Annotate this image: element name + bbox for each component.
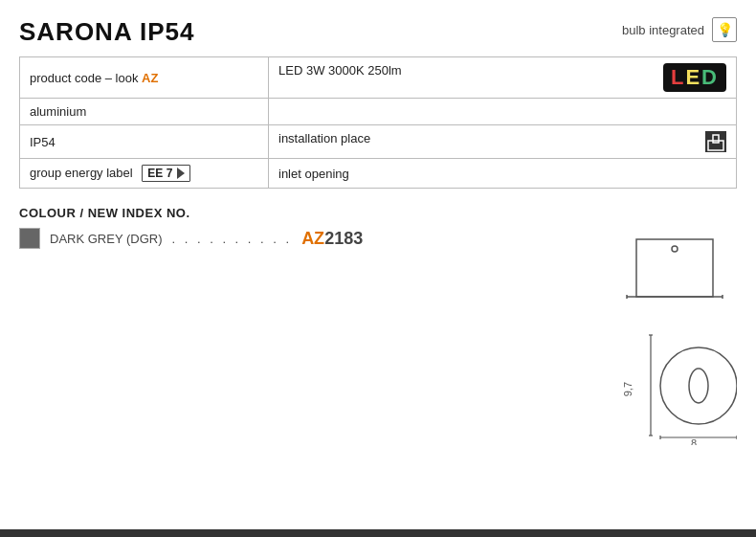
spec-row2-col2 [269,99,737,125]
side-view-wrapper: 8 [641,330,737,448]
spec-row4-col1: group energy label EE 7 [20,159,269,189]
colour-swatch [19,228,40,249]
bulb-symbol: 💡 [717,22,733,37]
colour-name: DARK GREY (DGR) [50,232,163,246]
top-view-svg [622,230,727,316]
svg-point-12 [689,369,708,403]
led-letter-E: E [685,65,701,89]
svg-text:8: 8 [691,437,697,445]
energy-label-badge: EE 7 [142,165,190,182]
product-code-prefix: product code – look [30,71,142,85]
ee-text: EE 7 [147,167,172,180]
svg-point-4 [672,246,678,252]
specs-table: product code – look AZ LED 3W 3000K 250l… [19,56,737,189]
spec-row3-col1: IP54 [20,125,269,159]
side-view-svg: 8 [641,330,737,445]
colour-code: AZ2183 [301,229,363,249]
energy-arrow-icon [177,168,185,179]
page-wrapper: SARONA IP54 bulb integrated 💡 product co… [0,0,756,537]
spec-row1-col2: LED 3W 3000K 250lm LED [269,57,737,99]
diagram-top-view [622,230,737,319]
bulb-integrated: bulb integrated 💡 [622,17,737,42]
installation-place-text: installation place [278,131,370,145]
diagram-area: 9,7 8 [622,230,737,448]
led-badge: LED [663,63,726,92]
spec-row-3: IP54 installation place [20,125,737,159]
group-energy-label-text: group energy label [30,166,133,180]
install-svg [705,131,726,152]
bulb-integrated-label: bulb integrated [622,23,704,37]
dim-height-label: 9,7 [622,382,634,396]
spec-row4-col2: inlet opening [269,159,737,189]
bottom-bar [0,529,756,537]
diagram-side-container: 9,7 8 [622,330,737,448]
colour-code-num: 2183 [324,229,363,248]
led-letter-D: D [701,65,719,89]
spec-row3-col2: installation place [269,125,737,159]
installation-icon [705,131,726,152]
spec-row-4: group energy label EE 7 inlet opening [20,159,737,189]
spec-row-2: aluminium [20,99,737,125]
spec-row2-col1: aluminium [20,99,269,125]
colour-heading: COLOUR / NEW INDEX NO. [19,206,737,220]
svg-point-11 [660,347,737,424]
colour-code-az: AZ [301,229,324,248]
led-spec-text: LED 3W 3000K 250lm [278,63,402,78]
bulb-icon: 💡 [712,17,737,42]
colour-dots: . . . . . . . . . . [172,232,293,246]
dim-height-container: 9,7 [622,382,634,396]
product-code-az: AZ [142,71,158,85]
spec-row-1: product code – look AZ LED 3W 3000K 250l… [20,57,737,99]
svg-rect-3 [636,239,713,297]
spec-row1-col1: product code – look AZ [20,57,269,99]
led-letter-L: L [671,65,685,89]
